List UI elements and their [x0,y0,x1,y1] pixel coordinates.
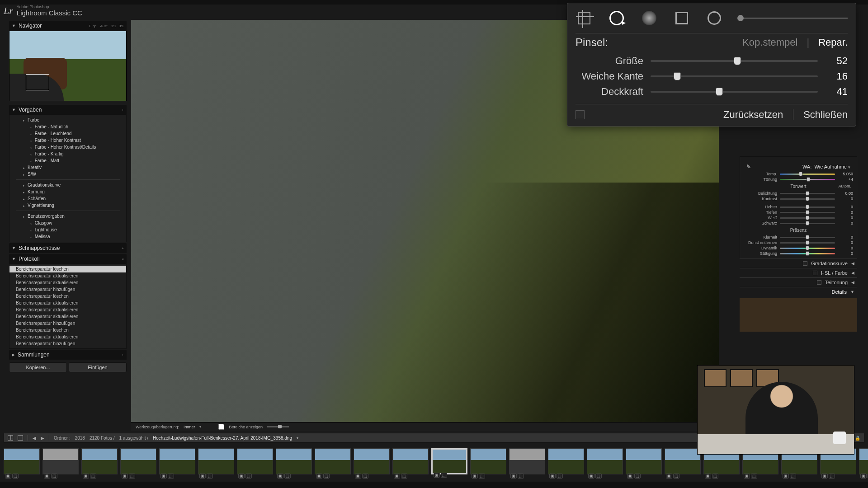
temp-value[interactable]: 5.050 [838,172,853,176]
history-item[interactable]: Bereichsreparatur hinzufügen [9,320,126,327]
show-areas-checkbox[interactable] [218,424,224,430]
preset-item[interactable]: Farbe - Natürlich [9,123,126,130]
collections-header[interactable]: ▶ Sammlungen + [9,350,127,360]
shadows-value[interactable]: 0 [838,210,853,215]
user-presets-header[interactable]: Benutzervorgaben [9,213,126,220]
thumbnail[interactable]: ▣⬚ [81,448,118,474]
crop-tool-icon[interactable] [576,9,593,27]
history-item[interactable]: Bereichsreparatur aktualisieren [9,272,126,279]
loupe-view-icon[interactable] [18,435,23,441]
graduated-filter-icon[interactable] [673,9,690,27]
prev-photo-icon[interactable]: ◀ [33,436,36,441]
zoom-custom[interactable]: 3:1 [119,24,124,28]
opacity-slider[interactable] [651,91,818,93]
history-item[interactable]: Bereichsreparatur löschen [9,266,126,272]
visualize-slider[interactable] [267,426,289,427]
history-item[interactable]: Bereichsreparatur aktualisieren [9,313,126,320]
highlights-slider[interactable] [780,206,835,208]
heal-tab[interactable]: Repar. [818,37,848,48]
preset-group-sw[interactable]: S/W [9,171,126,178]
preset-item[interactable]: Farbe - Hoher Kontrast [9,137,126,144]
user-preset[interactable]: Melissa [9,233,126,240]
clarity-value[interactable]: 0 [838,235,853,239]
grid-view-icon[interactable] [8,435,13,441]
shadows-slider[interactable] [780,212,835,213]
user-preset[interactable]: Glasgow [9,220,126,226]
size-value[interactable]: 52 [825,55,848,67]
history-item[interactable]: Bereichsreparatur aktualisieren [9,333,126,340]
thumbnail-selected[interactable]: ▣⬚ [431,448,467,474]
zoom-fill[interactable]: Ausf. [100,24,108,28]
filename-dropdown-icon[interactable]: ▾ [297,436,298,440]
whites-slider[interactable] [780,217,835,219]
adjustment-brush-slider[interactable] [738,18,848,19]
highlights-value[interactable]: 0 [838,205,853,209]
thumbnail[interactable]: ▣⬚ [315,448,351,474]
preset-group-farbe[interactable]: Farbe [9,117,126,123]
close-button[interactable]: Schließen [803,109,848,121]
history-item[interactable]: Bereichsreparatur aktualisieren [9,306,126,313]
zoom-fit[interactable]: Einp. [89,24,97,28]
preset-extra[interactable]: Gradationskurve [9,182,126,188]
clear-history-icon[interactable]: × [122,257,124,261]
preset-item[interactable]: Farbe - Kräftig [9,150,126,157]
navigator-header[interactable]: ▼ Navigator Einp. Ausf. 1:1 3:1 [9,21,127,31]
radial-filter-icon[interactable] [706,9,723,27]
vibrance-slider[interactable] [780,248,835,249]
folder-name[interactable]: 2018 [75,436,85,441]
thumbnail[interactable]: ▣⬚ [42,448,79,474]
thumbnail[interactable]: ▣⬚ [859,448,868,474]
clarity-slider[interactable] [780,237,835,238]
clone-tab[interactable]: Kop.stempel [742,37,797,48]
history-item[interactable]: Bereichsreparatur aktualisieren [9,279,126,286]
feather-slider[interactable] [651,75,818,77]
thumbnail[interactable]: ▣⬚ [509,448,545,474]
preset-item[interactable]: Farbe - Matt [9,157,126,164]
copy-button[interactable]: Kopieren... [9,362,67,372]
opacity-value[interactable]: 41 [825,86,848,98]
temp-slider[interactable] [780,174,835,175]
history-item[interactable]: Importieren (13.11.18 13:15:50) [9,347,126,349]
feather-value[interactable]: 16 [825,70,848,82]
next-photo-icon[interactable]: ▶ [41,436,44,441]
thumbnail[interactable]: ▣⬚ [276,448,312,474]
size-slider[interactable] [651,60,818,62]
thumbnail[interactable]: ▣⬚ [354,448,390,474]
preset-extra[interactable]: Schärfen [9,195,126,202]
eyedropper-icon[interactable]: ✎ [746,164,751,170]
history-header[interactable]: ▼ Protokoll × [9,254,127,264]
details-header[interactable]: Details▼ [740,287,857,296]
paste-button[interactable]: Einfügen [69,362,127,372]
whites-value[interactable]: 0 [838,216,853,220]
preset-group-kreativ[interactable]: Kreativ [9,164,126,171]
filter-lock-icon[interactable]: 🔒 [855,436,860,441]
add-preset-icon[interactable]: + [122,108,124,112]
preset-item[interactable]: Farbe - Leuchtend [9,130,126,137]
panel-switch[interactable] [576,110,585,119]
tint-value[interactable]: +4 [838,177,853,182]
thumbnail[interactable]: ▣⬚ [548,448,584,474]
hsl-header[interactable]: HSL / Farbe◀ [740,268,857,277]
preset-extra[interactable]: Körnung [9,188,126,195]
saturation-slider[interactable] [780,253,835,254]
exposure-slider[interactable] [780,193,835,194]
vibrance-value[interactable]: 0 [838,246,853,250]
thumbnail[interactable]: ▣⬚ [4,448,40,474]
add-collection-icon[interactable]: + [122,353,124,357]
zoom-1to1[interactable]: 1:1 [111,24,116,28]
redeye-tool-icon[interactable] [641,9,658,27]
thumbnail[interactable]: ▣⬚ [198,448,234,474]
history-item[interactable]: Bereichsreparatur löschen [9,293,126,300]
spot-removal-tool-icon[interactable] [608,9,625,27]
contrast-slider[interactable] [780,198,835,200]
auto-button[interactable]: Autom. [838,184,851,188]
history-item[interactable]: Bereichsreparatur aktualisieren [9,300,126,306]
preset-extra[interactable]: Vignettierung [9,202,126,209]
blacks-value[interactable]: 0 [838,221,853,225]
saturation-value[interactable]: 0 [838,251,853,256]
thumbnail[interactable]: ▣⬚ [392,448,429,474]
thumbnail[interactable]: ▣⬚ [470,448,506,474]
user-preset[interactable]: Lighthouse [9,226,126,233]
reset-button[interactable]: Zurücksetzen [723,109,783,121]
dehaze-value[interactable]: 0 [838,240,853,245]
